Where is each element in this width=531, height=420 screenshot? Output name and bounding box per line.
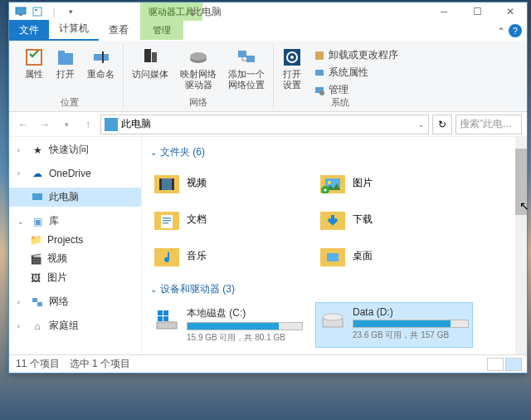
system-properties-button[interactable]: 系统属性 xyxy=(312,65,400,81)
refresh-button[interactable]: ↻ xyxy=(432,115,452,134)
open-settings-button[interactable]: 打开 设置 xyxy=(280,46,304,92)
svg-rect-3 xyxy=(35,9,37,11)
folder-video[interactable]: 视频 xyxy=(150,166,300,199)
tab-view[interactable]: 查看 xyxy=(99,20,139,41)
homegroup-icon: ⌂ xyxy=(31,320,44,333)
video-icon: 🎬 xyxy=(29,252,42,266)
folder-icon xyxy=(319,206,346,232)
svg-rect-10 xyxy=(152,52,157,62)
back-button[interactable]: ← xyxy=(14,115,32,134)
minimize-button[interactable]: ─ xyxy=(427,2,460,21)
monitor-icon xyxy=(31,191,44,204)
access-media-button[interactable]: 访问媒体 xyxy=(130,46,170,81)
folder-icon xyxy=(153,169,180,196)
tab-manage[interactable]: 管理 xyxy=(140,21,183,40)
svg-rect-35 xyxy=(163,217,171,219)
folder-pictures[interactable]: 图片 xyxy=(316,166,465,199)
address-input[interactable]: 此电脑 ⌄ xyxy=(100,115,429,134)
address-dropdown-icon[interactable]: ⌄ xyxy=(418,120,425,129)
svg-rect-14 xyxy=(246,56,255,62)
svg-rect-1 xyxy=(19,14,22,16)
drive-icon xyxy=(319,306,346,333)
drive-item[interactable]: Data (D:)23.6 GB 可用，共 157 GB xyxy=(316,303,472,347)
qat-dropdown-icon[interactable]: ▾ xyxy=(64,5,77,18)
svg-rect-37 xyxy=(163,222,168,224)
sidebar-homegroup[interactable]: ›⌂家庭组 xyxy=(9,316,141,335)
properties-button[interactable]: 属性 xyxy=(22,46,46,81)
network-icon xyxy=(31,295,44,309)
sidebar-onedrive[interactable]: ›☁OneDrive xyxy=(9,164,141,183)
scrollbar[interactable] xyxy=(515,137,527,354)
close-button[interactable]: ✕ xyxy=(494,2,527,21)
folder-desktop[interactable]: 桌面 xyxy=(316,239,465,272)
sidebar-network[interactable]: ›网络 xyxy=(9,292,141,311)
large-icons-view-button[interactable] xyxy=(505,358,522,371)
window-title: 此电脑 xyxy=(192,5,222,19)
svg-rect-46 xyxy=(163,316,168,321)
svg-point-12 xyxy=(190,52,207,61)
collapse-ribbon-icon[interactable]: ⌃ xyxy=(497,26,505,37)
recent-button[interactable]: ▾ xyxy=(57,115,76,134)
folder-music[interactable]: 音乐 xyxy=(150,239,300,272)
svg-rect-34 xyxy=(161,215,173,228)
address-text: 此电脑 xyxy=(121,117,151,131)
open-button[interactable]: 打开 xyxy=(54,46,77,81)
status-selected-count: 选中 1 个项目 xyxy=(70,357,130,371)
svg-rect-19 xyxy=(315,70,324,76)
section-folders[interactable]: ⌄文件夹 (6) xyxy=(150,145,519,159)
drive-item[interactable]: 本地磁盘 (C:)15.9 GB 可用，共 80.1 GB xyxy=(150,303,306,347)
sidebar-videos[interactable]: 🎬视频 xyxy=(9,249,141,268)
svg-rect-44 xyxy=(163,310,168,315)
sidebar-this-pc[interactable]: 此电脑 xyxy=(9,188,141,207)
tab-file[interactable]: 文件 xyxy=(9,20,49,41)
folder-label: 下载 xyxy=(353,212,373,227)
uninstall-programs-button[interactable]: 卸载或更改程序 xyxy=(312,47,400,63)
folder-documents[interactable]: 文档 xyxy=(150,203,300,236)
navigation-pane: ›★快速访问 ›☁OneDrive 此电脑 ⌄▣库 📁Projects 🎬视频 … xyxy=(9,137,142,354)
drive-icon xyxy=(153,306,180,333)
tab-computer[interactable]: 计算机 xyxy=(49,18,99,41)
svg-rect-7 xyxy=(94,54,109,61)
folder-icon xyxy=(319,169,346,196)
pc-icon xyxy=(105,118,118,131)
sidebar-projects[interactable]: 📁Projects xyxy=(9,231,141,249)
folder-downloads[interactable]: 下载 xyxy=(316,203,465,236)
folder-label: 桌面 xyxy=(353,249,373,263)
forward-button[interactable]: → xyxy=(36,115,54,134)
folder-icon xyxy=(153,206,180,232)
ribbon-group-system: 打开 设置 卸载或更改程序 系统属性 管理 系统 xyxy=(274,44,407,109)
svg-rect-8 xyxy=(102,51,104,63)
sidebar-quick-access[interactable]: ›★快速访问 xyxy=(9,140,141,159)
drive-usage-bar xyxy=(353,320,469,328)
explorer-window: | ▾ 驱动器工具 此电脑 ─ ☐ ✕ 文件 计算机 查看 管理 ⌃ ? 属性 … xyxy=(8,2,528,374)
ribbon: 属性 打开 重命名 位置 访问媒体 映射网络 驱动器 添加一个 网络位置 网络 … xyxy=(9,41,527,112)
svg-point-17 xyxy=(290,56,294,59)
ribbon-group-location: 属性 打开 重命名 位置 xyxy=(16,44,124,109)
map-drive-button[interactable]: 映射网络 驱动器 xyxy=(178,46,218,92)
add-network-location-button[interactable]: 添加一个 网络位置 xyxy=(227,46,266,92)
drive-usage-bar xyxy=(187,322,303,330)
search-input[interactable]: 搜索"此电... xyxy=(455,115,522,134)
manage-button[interactable]: 管理 xyxy=(312,82,400,98)
section-drives[interactable]: ⌄设备和驱动器 (3) xyxy=(150,282,519,296)
svg-rect-22 xyxy=(32,193,42,200)
svg-rect-5 xyxy=(58,53,73,65)
drive-name: 本地磁盘 (C:) xyxy=(187,306,303,320)
sidebar-libraries[interactable]: ⌄▣库 xyxy=(9,212,141,231)
main-content: ⌄文件夹 (6) 视频图片文档下载音乐桌面 ⌄设备和驱动器 (3) 本地磁盘 (… xyxy=(142,137,527,354)
status-item-count: 11 个项目 xyxy=(16,357,60,371)
folder-icon xyxy=(153,242,180,269)
maximize-button[interactable]: ☐ xyxy=(460,2,494,21)
monitor-icon[interactable] xyxy=(14,5,27,18)
content-area: ›★快速访问 ›☁OneDrive 此电脑 ⌄▣库 📁Projects 🎬视频 … xyxy=(9,137,527,354)
details-view-button[interactable] xyxy=(487,358,504,371)
svg-rect-2 xyxy=(33,7,41,16)
up-button[interactable]: ↑ xyxy=(79,115,97,134)
sidebar-pictures[interactable]: 🖼图片 xyxy=(9,268,141,287)
help-icon[interactable]: ? xyxy=(509,24,522,37)
rename-button[interactable]: 重命名 xyxy=(85,46,116,81)
folder-label: 文档 xyxy=(187,212,207,227)
properties-icon[interactable] xyxy=(31,5,44,18)
svg-rect-13 xyxy=(238,51,246,57)
scrollbar-thumb[interactable] xyxy=(515,149,527,215)
